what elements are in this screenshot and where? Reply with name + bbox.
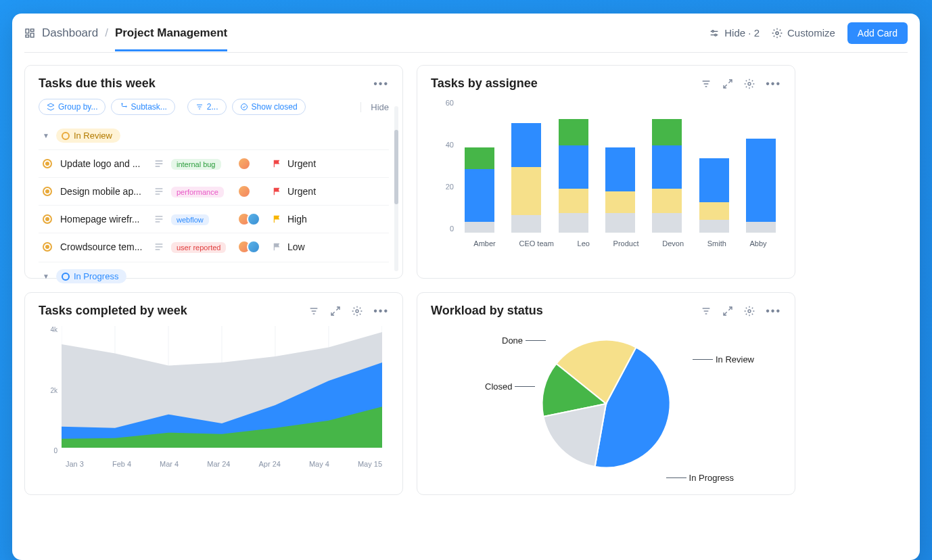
assignees	[237, 185, 267, 198]
expand-icon[interactable]	[722, 78, 733, 89]
task-tag: webflow	[171, 214, 209, 225]
status-group-in-review[interactable]: ▼ In Review	[39, 124, 389, 149]
task-name: Homepage wirefr...	[60, 214, 148, 225]
description-icon	[154, 214, 164, 225]
y-axis: 6040200	[431, 99, 454, 233]
bars-area	[462, 101, 778, 233]
svg-line-38	[331, 312, 335, 315]
task-tag: user reported	[171, 242, 226, 253]
customize-button[interactable]: Customize	[772, 27, 835, 39]
flag-icon	[273, 214, 282, 224]
hide-link[interactable]: Hide	[360, 102, 389, 112]
task-name: Update logo and ...	[60, 158, 148, 169]
filter-icon[interactable]	[701, 78, 712, 89]
flag-icon	[273, 187, 282, 196]
task-list: Update logo and ... internal bug Urgent …	[39, 149, 389, 260]
svg-point-7	[715, 34, 717, 36]
show-closed-pill[interactable]: Show closed	[232, 99, 306, 115]
status-badge-in-progress: In Progress	[56, 269, 126, 283]
pie-chart: In ProgressIn ReviewDoneClosed	[431, 326, 781, 488]
card-title: Tasks completed by week	[39, 304, 187, 318]
task-status-icon	[43, 187, 52, 196]
more-icon[interactable]: •••	[766, 305, 781, 317]
x-axis: Jan 3Feb 4Mar 4Mar 24Apr 24May 4May 15	[66, 460, 382, 468]
filter-icon[interactable]	[701, 306, 712, 317]
flag-icon	[273, 242, 282, 252]
svg-point-6	[712, 30, 714, 32]
assignees	[237, 212, 267, 226]
more-icon[interactable]: •••	[373, 305, 389, 317]
app-window: Dashboard / Project Management Hide · 2 …	[12, 14, 920, 560]
card-title: Workload by status	[431, 304, 543, 318]
pie-label: In Progress	[666, 473, 734, 483]
dashboard-grid: Tasks due this week ••• Group by... Subt…	[24, 53, 908, 495]
expand-icon[interactable]	[330, 306, 341, 317]
avatar	[247, 212, 260, 226]
sliders-icon	[709, 28, 720, 39]
card-title: Tasks due this week	[39, 76, 156, 91]
breadcrumb: Dashboard / Project Management	[24, 26, 227, 40]
priority: Low	[273, 241, 385, 252]
gear-icon[interactable]	[744, 78, 755, 89]
pie-svg	[535, 333, 677, 475]
svg-marker-9	[47, 103, 54, 107]
breadcrumb-separator: /	[105, 26, 108, 40]
gear-icon[interactable]	[352, 306, 363, 317]
add-card-button[interactable]: Add Card	[847, 22, 908, 44]
filters-row: Group by... Subtask... 2... Show closed …	[39, 99, 389, 115]
svg-rect-2	[30, 33, 34, 37]
svg-line-31	[729, 80, 732, 83]
priority: High	[273, 214, 385, 225]
svg-line-37	[337, 307, 340, 310]
status-group-in-progress[interactable]: ▼ In Progress	[39, 262, 389, 290]
gear-icon	[772, 28, 783, 39]
pie-label: In Review	[693, 354, 754, 365]
x-axis: AmberCEO teamLeoProductDevonSmithAbby	[462, 239, 778, 248]
svg-line-32	[724, 85, 727, 88]
task-tag: performance	[171, 187, 224, 197]
task-row[interactable]: Update logo and ... internal bug Urgent	[39, 149, 389, 177]
task-tag: internal bug	[171, 159, 221, 170]
task-status-icon	[43, 159, 52, 168]
svg-point-8	[776, 32, 778, 34]
filter-icon	[195, 103, 204, 111]
hide-toggle[interactable]: Hide · 2	[709, 27, 760, 39]
task-row[interactable]: Design mobile ap... performance Urgent	[39, 177, 389, 205]
topbar: Dashboard / Project Management Hide · 2 …	[24, 14, 908, 53]
assignees	[237, 240, 267, 254]
avatar	[237, 157, 251, 170]
description-icon	[154, 158, 164, 169]
check-circle-icon	[240, 103, 248, 111]
description-icon	[154, 186, 164, 197]
filter-icon[interactable]	[308, 306, 319, 317]
priority: Urgent	[273, 158, 385, 169]
tasks-due-card: Tasks due this week ••• Group by... Subt…	[24, 65, 403, 279]
chevron-down-icon: ▼	[43, 273, 49, 280]
gear-icon[interactable]	[744, 306, 755, 317]
pie-label: Done	[502, 335, 546, 346]
layers-icon	[47, 103, 55, 111]
task-row[interactable]: Homepage wirefr... webflow High	[39, 205, 389, 233]
description-icon	[154, 241, 164, 252]
avatar	[237, 185, 251, 198]
subtask-pill[interactable]: Subtask...	[111, 99, 174, 115]
chevron-down-icon: ▼	[43, 132, 49, 139]
breadcrumb-root[interactable]: Dashboard	[42, 26, 98, 40]
expand-icon[interactable]	[722, 306, 733, 317]
count-pill[interactable]: 2...	[187, 99, 227, 115]
task-row[interactable]: Crowdsource tem... user reported Low	[39, 233, 389, 260]
breadcrumb-current[interactable]: Project Management	[115, 26, 227, 40]
workload-card: Workload by status ••• In ProgressIn Rev…	[417, 292, 795, 495]
task-status-icon	[43, 242, 52, 252]
area-chart: 4k2k0 Jan 3Feb 4Mar 4Mar 24Apr 24May 4Ma…	[39, 326, 389, 468]
more-icon[interactable]: •••	[373, 78, 389, 90]
more-icon[interactable]: •••	[766, 78, 781, 90]
group-by-pill[interactable]: Group by...	[39, 99, 106, 115]
flag-icon	[273, 159, 282, 168]
avatar	[247, 240, 260, 254]
priority: Urgent	[273, 186, 385, 197]
assignees	[237, 157, 267, 170]
scrollbar[interactable]	[394, 106, 398, 271]
svg-point-33	[748, 83, 751, 85]
svg-point-52	[748, 310, 751, 312]
